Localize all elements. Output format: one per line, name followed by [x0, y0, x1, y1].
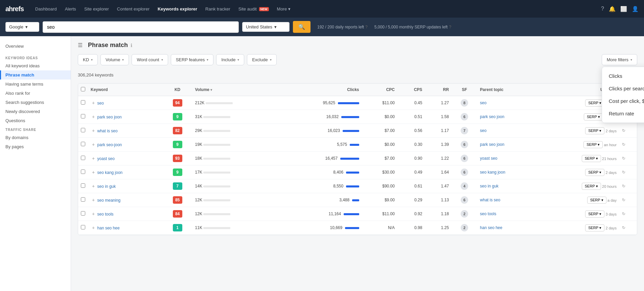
refresh-icon-4[interactable]: ↻	[622, 156, 625, 161]
refresh-icon-3[interactable]: ↻	[622, 142, 625, 147]
th-rr[interactable]: RR	[425, 84, 452, 96]
parent-topic-link-1[interactable]: park seo joon	[480, 114, 504, 119]
refresh-icon-2[interactable]: ↻	[622, 128, 625, 133]
nav-rank-tracker[interactable]: Rank tracker	[202, 4, 234, 14]
filter-volume[interactable]: Volume ▾	[100, 54, 129, 65]
country-select[interactable]: United States ▾	[242, 22, 290, 32]
sidebar-item-questions[interactable]: Questions	[0, 116, 71, 125]
help-icon[interactable]: ?	[601, 6, 604, 12]
add-keyword-3[interactable]: +	[91, 142, 96, 147]
dropdown-cost-per-click[interactable]: Cost per click, $	[602, 95, 644, 107]
th-kd[interactable]: KD	[163, 84, 192, 96]
sidebar-item-also-rank-for[interactable]: Also rank for	[0, 89, 71, 98]
add-keyword-4[interactable]: +	[91, 156, 96, 161]
row-checkbox-8[interactable]	[81, 211, 85, 216]
parent-topic-link-4[interactable]: yoast seo	[480, 156, 497, 161]
nav-dashboard[interactable]: Dashboard	[32, 4, 60, 14]
sidebar-item-by-domains[interactable]: By domains	[0, 133, 71, 142]
parent-topic-link-9[interactable]: han seo hee	[480, 225, 502, 230]
dropdown-clicks[interactable]: Clicks	[602, 70, 644, 82]
keyword-link-0[interactable]: seo	[97, 101, 104, 106]
row-checkbox-2[interactable]	[81, 128, 85, 132]
monthly-quota-help[interactable]: ?	[449, 25, 451, 29]
keyword-link-3[interactable]: park seo-joon	[97, 142, 122, 147]
refresh-icon-9[interactable]: ↻	[622, 225, 625, 230]
th-cpc[interactable]: CPC	[362, 84, 397, 96]
parent-topic-link-6[interactable]: seo in guk	[480, 184, 499, 188]
nav-content-explorer[interactable]: Content explorer	[114, 4, 153, 14]
hamburger-icon[interactable]: ☰	[78, 42, 83, 48]
serp-btn-3[interactable]: SERP ▾	[583, 141, 603, 148]
th-parent-topic[interactable]: Parent topic	[477, 84, 539, 96]
search-input[interactable]	[43, 22, 238, 32]
keyword-link-1[interactable]: park seo joon	[97, 115, 122, 119]
refresh-icon-7[interactable]: ↻	[622, 198, 625, 202]
nav-more[interactable]: More ▾	[274, 4, 294, 14]
notifications-icon[interactable]: 🔔	[609, 6, 616, 12]
sidebar-item-having-same-terms[interactable]: Having same terms	[0, 80, 71, 89]
parent-topic-link-5[interactable]: seo kang joon	[480, 170, 505, 175]
parent-topic-link-3[interactable]: park seo joon	[480, 142, 504, 147]
add-keyword-2[interactable]: +	[91, 128, 96, 133]
add-keyword-5[interactable]: +	[91, 170, 96, 175]
serp-btn-9[interactable]: SERP ▾	[585, 224, 604, 231]
nav-keywords-explorer[interactable]: Keywords explorer	[154, 4, 201, 14]
screen-icon[interactable]: ⬜	[620, 6, 627, 12]
keyword-link-9[interactable]: han seo hee	[97, 226, 120, 230]
keyword-link-4[interactable]: yoast seo	[97, 156, 115, 161]
serp-btn-8[interactable]: SERP ▾	[585, 210, 604, 218]
parent-topic-link-0[interactable]: seo	[480, 100, 486, 105]
nav-alerts[interactable]: Alerts	[62, 4, 79, 14]
row-checkbox-9[interactable]	[81, 225, 85, 229]
keyword-link-6[interactable]: seo in guk	[97, 184, 116, 189]
add-keyword-1[interactable]: +	[91, 114, 96, 119]
filter-word-count[interactable]: Word count ▾	[132, 54, 168, 65]
sidebar-item-search-suggestions[interactable]: Search suggestions	[0, 98, 71, 107]
logo[interactable]: ahrefs	[5, 5, 24, 13]
sidebar-item-phrase-match[interactable]: Phrase match	[0, 70, 71, 80]
add-keyword-6[interactable]: +	[91, 183, 96, 189]
keyword-link-2[interactable]: what is seo	[97, 129, 118, 133]
refresh-icon-6[interactable]: ↻	[622, 184, 625, 188]
row-checkbox-0[interactable]	[81, 100, 85, 105]
serp-btn-6[interactable]: SERP ▾	[582, 183, 601, 190]
nav-site-audit[interactable]: Site audit NEW	[235, 4, 272, 14]
sidebar-item-by-pages[interactable]: By pages	[0, 142, 71, 151]
engine-select[interactable]: Google ▾	[5, 22, 39, 32]
filter-serp-features[interactable]: SERP features ▾	[171, 54, 214, 65]
sidebar-item-all-keyword-ideas[interactable]: All keyword ideas	[0, 61, 71, 70]
serp-btn-1[interactable]: SERP ▾	[584, 113, 603, 120]
dropdown-return-rate[interactable]: Return rate	[602, 107, 644, 120]
th-cps[interactable]: CPS	[397, 84, 425, 96]
serp-btn-2[interactable]: SERP ▾	[585, 127, 604, 134]
th-sf[interactable]: SF	[452, 84, 477, 96]
sidebar-item-overview[interactable]: Overview	[0, 42, 71, 51]
parent-topic-link-7[interactable]: what is seo	[480, 198, 500, 202]
sidebar-item-newly-discovered[interactable]: Newly discovered	[0, 107, 71, 116]
row-checkbox-6[interactable]	[81, 183, 85, 188]
add-keyword-0[interactable]: +	[91, 100, 96, 106]
serp-btn-4[interactable]: SERP ▾	[582, 155, 601, 162]
daily-quota-help[interactable]: ?	[365, 25, 368, 29]
refresh-icon-5[interactable]: ↻	[622, 170, 625, 175]
serp-btn-5[interactable]: SERP ▾	[585, 169, 604, 176]
keyword-link-7[interactable]: seo meaning	[97, 198, 121, 203]
row-checkbox-1[interactable]	[81, 114, 85, 118]
add-keyword-8[interactable]: +	[91, 211, 96, 217]
th-volume[interactable]: Volume ▾	[192, 84, 279, 96]
row-checkbox-3[interactable]	[81, 142, 85, 146]
filter-exclude[interactable]: Exclude ▾	[247, 54, 276, 65]
add-keyword-9[interactable]: +	[91, 225, 96, 230]
filter-kd[interactable]: KD ▾	[78, 54, 98, 65]
filter-include[interactable]: Include ▾	[216, 54, 244, 65]
filter-more-filters[interactable]: More filters ▾	[602, 54, 637, 65]
keyword-link-8[interactable]: seo tools	[97, 212, 114, 217]
user-icon[interactable]: 👤	[632, 6, 639, 12]
select-all-checkbox[interactable]	[81, 87, 85, 91]
parent-topic-link-2[interactable]: seo	[480, 128, 486, 133]
search-button[interactable]: 🔍	[293, 21, 310, 33]
refresh-icon-8[interactable]: ↻	[622, 211, 625, 216]
row-checkbox-5[interactable]	[81, 170, 85, 174]
th-clicks[interactable]: Clicks	[278, 84, 362, 96]
keyword-link-5[interactable]: seo kang joon	[97, 170, 123, 175]
